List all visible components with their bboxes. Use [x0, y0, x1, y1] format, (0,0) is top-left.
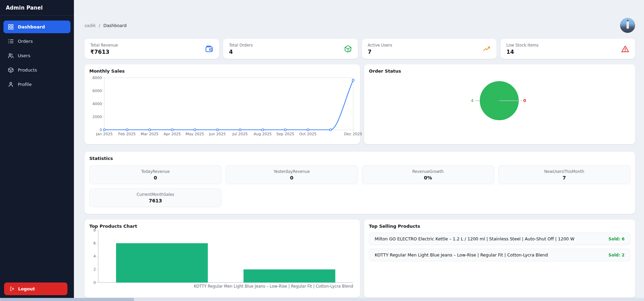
svg-text:0: 0	[93, 280, 96, 285]
stat-value: 7	[368, 49, 392, 55]
orders-list-icon	[8, 38, 14, 44]
stat-label: Total Orders	[229, 43, 253, 48]
top-selling-row: Milton GO ELECTRO Electric Kettle – 1.2 …	[369, 233, 630, 245]
stat-box-today-revenue: TodayRevenue 0	[89, 165, 221, 184]
sidebar-item-label: Profile	[18, 82, 31, 87]
svg-text:Apr 2025: Apr 2025	[164, 132, 181, 136]
package-check-icon	[344, 45, 352, 53]
breadcrumb-separator: /	[99, 23, 100, 28]
stat-label: Active Users	[368, 43, 392, 48]
sidebar-item-dashboard[interactable]: Dashboard	[3, 21, 70, 33]
sidebar-item-label: Users	[18, 53, 30, 58]
stat-value: 4	[229, 49, 253, 55]
app-title: Admin Panel	[0, 0, 74, 15]
product-name: Milton GO ELECTRO Electric Kettle – 1.2 …	[375, 236, 575, 241]
breadcrumb-current: Dashboard	[103, 23, 127, 28]
statistics-title: Statistics	[89, 156, 630, 161]
svg-text:6: 6	[93, 241, 96, 246]
stat-label: Low Stock Items	[506, 43, 539, 48]
top-selling-row: KOTTY Regular Men Light Blue Jeans – Low…	[369, 249, 630, 261]
avatar[interactable]	[620, 18, 635, 33]
stat-value: 14	[506, 49, 539, 55]
svg-text:KOTTY Regular Men Light Blue J: KOTTY Regular Men Light Blue Jeans – Low…	[194, 284, 353, 289]
stat-box-value: 0	[290, 175, 294, 180]
top-selling-list: Milton GO ELECTRO Electric Kettle – 1.2 …	[369, 233, 630, 261]
logout-label: Logout	[18, 286, 35, 291]
stat-cards-row: Total Revenue ₹7613 Total Orders 4 Act	[85, 39, 635, 59]
monthly-sales-line-chart: 02000400060008000Jan 2025Feb 2025Mar 202…	[89, 74, 355, 139]
svg-text:0: 0	[100, 128, 102, 132]
logout-button[interactable]: Logout	[4, 283, 67, 295]
product-name: KOTTY Regular Men Light Blue Jeans – Low…	[375, 252, 548, 258]
svg-text:6000: 6000	[92, 89, 102, 93]
top-products-chart-card: Top Products Chart 02468KOTTY Regular Me…	[85, 220, 360, 298]
top-products-chart-title: Top Products Chart	[89, 224, 355, 229]
svg-text:May 2025: May 2025	[185, 132, 204, 136]
breadcrumb: sadik / Dashboard	[85, 23, 127, 28]
svg-text:2: 2	[93, 267, 96, 272]
top-products-bar-chart: 02468KOTTY Regular Men Light Blue Jeans …	[89, 229, 355, 291]
monthly-sales-card: Monthly Sales 02000400060008000Jan 2025F…	[85, 64, 360, 144]
svg-text:Aug 2025: Aug 2025	[254, 132, 272, 136]
svg-text:Mar 2025: Mar 2025	[141, 132, 158, 136]
sidebar-item-profile[interactable]: Profile	[3, 78, 70, 91]
stat-box-value: 0	[154, 175, 157, 180]
sidebar-item-orders[interactable]: Orders	[3, 35, 70, 48]
main-content: sadik / Dashboard Total Revenue ₹7613 To…	[74, 0, 644, 301]
svg-text:4: 4	[93, 254, 96, 259]
charts-row: Monthly Sales 02000400060008000Jan 2025F…	[85, 64, 635, 144]
stat-box-label: TodayRevenue	[141, 169, 169, 174]
stat-card-low-stock: Low Stock Items 14	[501, 39, 635, 59]
sidebar-item-label: Orders	[18, 39, 33, 44]
svg-text:8: 8	[93, 228, 96, 233]
stat-box-label: YesterdayRevenue	[273, 169, 310, 174]
dashboard-grid-icon	[8, 24, 14, 30]
logout-icon	[10, 286, 15, 291]
svg-text:4: 4	[471, 98, 474, 103]
stat-box-label: RevenueGrowth	[412, 169, 444, 174]
order-status-card: Order Status 40	[364, 64, 635, 144]
monthly-sales-title: Monthly Sales	[89, 68, 355, 74]
horizontal-scrollbar-thumb[interactable]	[0, 298, 134, 301]
sidebar-item-label: Dashboard	[18, 24, 45, 29]
profile-person-icon	[8, 81, 14, 87]
top-selling-title: Top Selling Products	[369, 224, 630, 229]
alert-triangle-icon	[621, 45, 629, 53]
sidebar-item-products[interactable]: Products	[3, 64, 70, 76]
svg-text:4000: 4000	[92, 102, 102, 106]
horizontal-scrollbar[interactable]	[0, 298, 644, 301]
svg-text:Oct 2025: Oct 2025	[299, 132, 317, 136]
stat-box-value: 7	[563, 175, 566, 180]
wallet-icon	[205, 45, 213, 53]
product-sold-badge: Sold: 6	[608, 237, 624, 241]
stat-value: ₹7613	[90, 49, 118, 55]
stat-label: Total Revenue	[90, 43, 118, 48]
breadcrumb-user[interactable]: sadik	[85, 23, 96, 28]
topbar: sadik / Dashboard	[85, 17, 635, 34]
svg-text:0: 0	[523, 98, 526, 103]
bottom-row: Top Products Chart 02468KOTTY Regular Me…	[85, 220, 635, 298]
stat-box-new-users: NewUsersThisMonth 7	[498, 165, 630, 184]
svg-text:2000: 2000	[92, 115, 102, 119]
order-status-title: Order Status	[369, 68, 630, 74]
stat-card-total-revenue: Total Revenue ₹7613	[85, 39, 219, 59]
statistics-grid: TodayRevenue 0 YesterdayRevenue 0 Revenu…	[89, 165, 630, 207]
svg-text:Sep 2025: Sep 2025	[276, 132, 294, 136]
statistics-card: Statistics TodayRevenue 0 YesterdayReven…	[85, 152, 635, 214]
order-status-pie-chart: 40	[369, 74, 630, 139]
sidebar-nav: Dashboard Orders Users Products	[0, 16, 74, 97]
sidebar-item-label: Products	[18, 67, 37, 73]
svg-text:Feb 2025: Feb 2025	[118, 132, 136, 136]
users-icon	[8, 53, 14, 59]
svg-text:Jun 2025: Jun 2025	[209, 132, 226, 136]
stat-card-active-users: Active Users 7	[362, 39, 497, 59]
stat-box-revenue-growth: RevenueGrowth 0%	[362, 165, 494, 184]
svg-text:8000: 8000	[92, 76, 102, 80]
sidebar: Admin Panel Dashboard Orders Users	[0, 0, 74, 301]
sidebar-item-users[interactable]: Users	[3, 49, 70, 62]
app-root: Admin Panel Dashboard Orders Users	[0, 0, 644, 301]
svg-text:Jan 2025: Jan 2025	[96, 132, 113, 136]
stat-box-value: 7613	[149, 198, 162, 203]
stat-box-label: CurrentMonthSales	[137, 192, 174, 197]
stat-box-value: 0%	[424, 175, 432, 180]
